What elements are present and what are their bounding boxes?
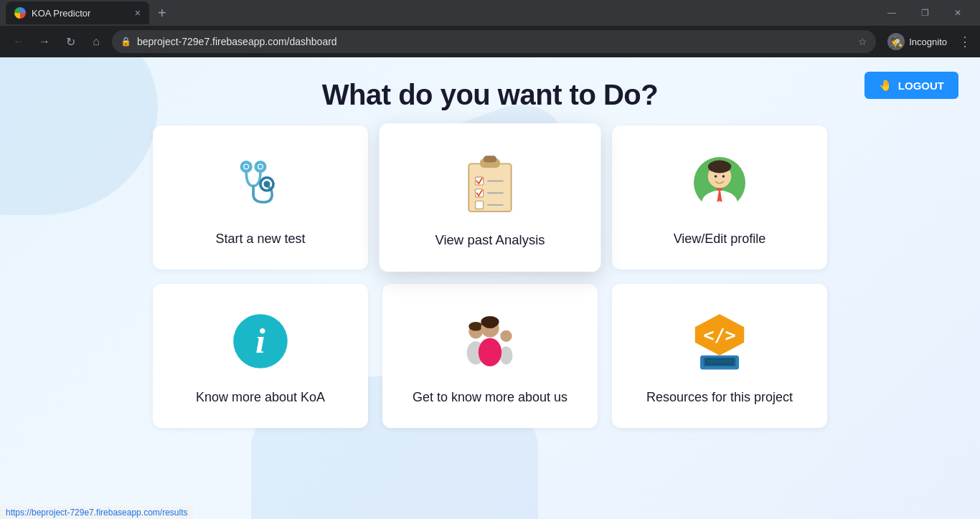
status-bar: https://beproject-729e7.firebaseapp.com/… bbox=[0, 506, 193, 519]
svg-point-24 bbox=[722, 175, 725, 178]
card-past-analysis-label: View past Analysis bbox=[435, 231, 545, 249]
svg-point-2 bbox=[245, 165, 248, 168]
browser-chrome: KOA Predictor × + — ❐ ✕ ← → ↻ ⌂ 🔒 beproj… bbox=[0, 0, 980, 57]
svg-point-29 bbox=[468, 322, 483, 331]
svg-point-35 bbox=[484, 320, 496, 328]
home-button[interactable]: ⌂ bbox=[86, 32, 106, 52]
tab-close-button[interactable]: × bbox=[135, 7, 141, 19]
card-resources-label: Resources for this project bbox=[646, 389, 793, 406]
svg-point-6 bbox=[264, 181, 270, 187]
card-know-koa[interactable]: i Know more about KoA bbox=[153, 284, 368, 428]
svg-rect-9 bbox=[484, 156, 497, 162]
bookmark-icon[interactable]: ☆ bbox=[858, 36, 867, 47]
stethoscope-icon bbox=[225, 147, 296, 219]
incognito-button[interactable]: 🕵 Incognito bbox=[882, 30, 953, 53]
people-icon bbox=[454, 305, 526, 377]
card-about-us[interactable]: Get to know more about us bbox=[382, 284, 598, 428]
page-content: What do you want to Do? 🤚 LOGOUT bbox=[0, 57, 980, 519]
url-bar[interactable]: 🔒 beproject-729e7.firebaseapp.com/dashbo… bbox=[112, 30, 876, 53]
card-resources[interactable]: </> Resources for this project bbox=[612, 284, 827, 428]
info-icon: i bbox=[225, 305, 296, 377]
restore-button[interactable]: ❐ bbox=[908, 0, 941, 26]
window-controls: — ❐ ✕ bbox=[875, 0, 974, 26]
tab-title: KOA Predictor bbox=[32, 8, 90, 19]
logout-icon: 🤚 bbox=[879, 79, 892, 92]
tab-bar: KOA Predictor × + — ❐ ✕ bbox=[0, 0, 980, 26]
cards-grid: Start a new test bbox=[95, 125, 885, 428]
svg-point-30 bbox=[500, 330, 512, 342]
forward-button[interactable]: → bbox=[34, 32, 55, 52]
card-edit-profile[interactable]: View/Edit profile bbox=[612, 125, 827, 270]
clipboard-icon bbox=[453, 146, 527, 219]
incognito-label: Incognito bbox=[909, 37, 947, 47]
svg-rect-14 bbox=[476, 201, 484, 209]
lock-icon: 🔒 bbox=[121, 37, 131, 47]
card-about-us-label: Get to know more about us bbox=[413, 389, 567, 406]
new-tab-button[interactable]: + bbox=[152, 5, 172, 22]
svg-rect-40 bbox=[705, 358, 734, 365]
svg-point-33 bbox=[479, 338, 501, 367]
incognito-avatar: 🕵 bbox=[887, 33, 905, 50]
status-url: https://beproject-729e7.firebaseapp.com/… bbox=[6, 508, 187, 518]
url-text: beproject-729e7.firebaseapp.com/dashboar… bbox=[137, 36, 337, 47]
card-new-test[interactable]: Start a new test bbox=[153, 125, 368, 270]
svg-point-3 bbox=[258, 165, 262, 168]
logout-label: LOGOUT bbox=[898, 80, 944, 92]
card-know-koa-label: Know more about KoA bbox=[196, 389, 325, 406]
back-button[interactable]: ← bbox=[9, 32, 29, 52]
svg-text:</>: </> bbox=[703, 325, 736, 346]
page-header: What do you want to Do? bbox=[322, 57, 658, 125]
active-tab[interactable]: KOA Predictor × bbox=[6, 1, 149, 24]
close-button[interactable]: ✕ bbox=[941, 0, 974, 26]
svg-text:i: i bbox=[255, 321, 265, 361]
svg-point-22 bbox=[710, 165, 728, 173]
card-new-test-label: Start a new test bbox=[215, 230, 305, 248]
svg-point-23 bbox=[715, 175, 717, 178]
refresh-button[interactable]: ↻ bbox=[60, 32, 80, 52]
address-bar: ← → ↻ ⌂ 🔒 beproject-729e7.firebaseapp.co… bbox=[0, 26, 980, 57]
tab-favicon bbox=[14, 7, 26, 19]
card-edit-profile-label: View/Edit profile bbox=[674, 230, 766, 248]
minimize-button[interactable]: — bbox=[875, 0, 908, 26]
profile-icon bbox=[684, 147, 755, 219]
page-title: What do you want to Do? bbox=[322, 79, 658, 111]
card-past-analysis[interactable]: View past Analysis bbox=[380, 123, 601, 272]
svg-point-31 bbox=[500, 346, 513, 364]
logout-button[interactable]: 🤚 LOGOUT bbox=[864, 72, 958, 99]
code-icon: </> bbox=[684, 305, 755, 377]
chrome-menu-button[interactable]: ⋮ bbox=[958, 34, 971, 49]
